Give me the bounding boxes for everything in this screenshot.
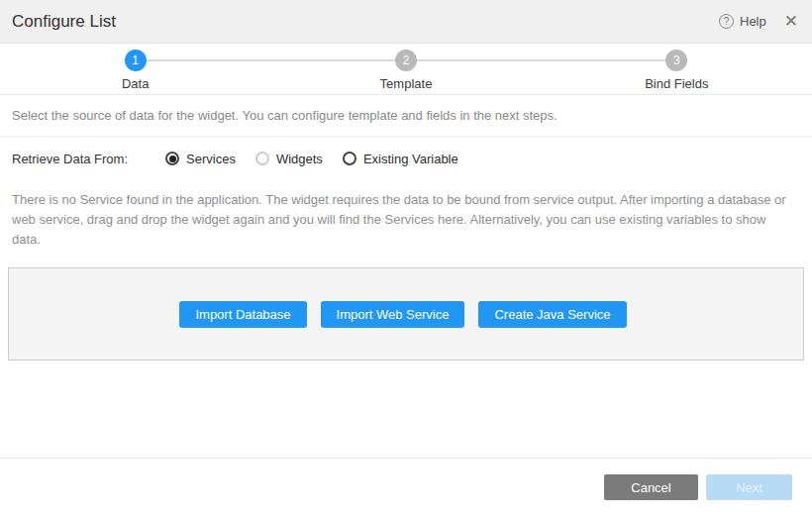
step-data[interactable]: 1 Data — [0, 50, 270, 94]
step-template[interactable]: 2 Template — [270, 50, 541, 94]
next-button[interactable]: Next — [706, 474, 792, 500]
radio-existing-variable-icon[interactable] — [343, 152, 356, 165]
service-actions-box: Import Database Import Web Service Creat… — [8, 267, 804, 361]
retrieve-data-row: Retrieve Data From: Services Widgets Exi… — [0, 137, 812, 180]
service-actions-group: Import Database Import Web Service Creat… — [179, 301, 626, 328]
create-java-service-button[interactable]: Create Java Service — [478, 301, 626, 328]
cancel-button[interactable]: Cancel — [604, 474, 698, 500]
header-actions: ? Help ✕ — [719, 13, 798, 30]
intro-text: Select the source of data for the widget… — [12, 108, 558, 123]
radio-services-icon[interactable] — [165, 152, 179, 165]
help-button[interactable]: ? Help — [719, 14, 766, 29]
configure-list-dialog: Configure List ? Help ✕ 1 Data 2 Templat… — [0, 0, 812, 516]
import-database-button[interactable]: Import Database — [179, 301, 306, 328]
data-source-radio-group: Services Widgets Existing Variable — [165, 152, 458, 166]
radio-services[interactable]: Services — [165, 152, 236, 166]
radio-widgets-icon[interactable] — [255, 152, 269, 165]
step-bind-fields-label: Bind Fields — [645, 76, 708, 91]
radio-widgets[interactable]: Widgets — [255, 152, 323, 166]
radio-existing-variable-label[interactable]: Existing Variable — [363, 152, 458, 166]
radio-services-label[interactable]: Services — [186, 152, 236, 166]
radio-existing-variable[interactable]: Existing Variable — [343, 152, 458, 166]
help-icon[interactable]: ? — [719, 14, 734, 29]
dialog-footer: Cancel Next — [0, 458, 812, 516]
intro-row: Select the source of data for the widget… — [0, 95, 812, 137]
dialog-header: Configure List ? Help ✕ — [0, 0, 812, 44]
help-label[interactable]: Help — [740, 14, 766, 29]
close-icon[interactable]: ✕ — [784, 13, 798, 30]
step-bind-fields-circle[interactable]: 3 — [665, 50, 687, 71]
step-data-label: Data — [122, 76, 149, 91]
step-template-circle[interactable]: 2 — [395, 50, 417, 71]
retrieve-data-label: Retrieve Data From: — [12, 152, 128, 166]
no-service-notice: There is no Service found in the applica… — [0, 180, 804, 250]
step-template-label: Template — [380, 76, 433, 91]
step-data-circle[interactable]: 1 — [125, 50, 147, 71]
import-web-service-button[interactable]: Import Web Service — [321, 301, 465, 328]
wizard-stepper: 1 Data 2 Template 3 Bind Fields — [0, 44, 812, 95]
radio-widgets-label[interactable]: Widgets — [276, 152, 323, 166]
page-title: Configure List — [12, 12, 719, 32]
step-bind-fields[interactable]: 3 Bind Fields — [542, 50, 812, 94]
